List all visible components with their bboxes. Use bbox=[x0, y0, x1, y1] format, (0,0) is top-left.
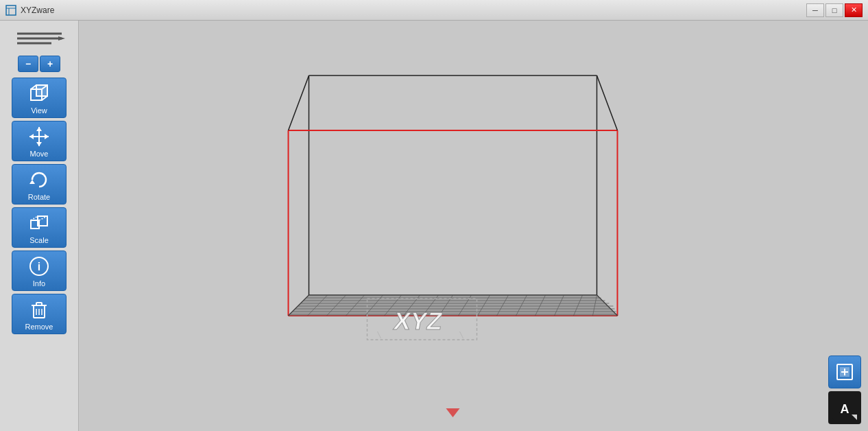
app-icon bbox=[5, 5, 16, 16]
svg-text:i: i bbox=[38, 261, 40, 272]
scale-tool-button[interactable]: Scale bbox=[12, 207, 67, 248]
svg-marker-6 bbox=[58, 36, 65, 40]
minimize-button[interactable]: ─ bbox=[806, 3, 824, 17]
svg-marker-15 bbox=[36, 142, 42, 146]
move-tool-label: Move bbox=[30, 150, 49, 158]
move-tool-button[interactable]: Move bbox=[12, 121, 67, 161]
bottom-right-controls: A bbox=[828, 356, 861, 424]
svg-marker-17 bbox=[45, 134, 49, 139]
app-title: XYZware bbox=[21, 5, 806, 15]
titlebar: XYZware ─ □ ✕ bbox=[0, 0, 868, 21]
sidebar: − + View bbox=[0, 21, 79, 431]
svg-marker-16 bbox=[29, 134, 34, 139]
main-layout: − + View bbox=[0, 21, 868, 431]
rotate-tool-label: Rotate bbox=[28, 193, 50, 201]
remove-tool-button[interactable]: Remove bbox=[12, 294, 67, 334]
svg-text:A: A bbox=[841, 402, 849, 416]
zoom-out-button[interactable]: − bbox=[18, 56, 38, 72]
svg-rect-0 bbox=[6, 5, 16, 15]
scale-tool-label: Scale bbox=[29, 236, 49, 244]
svg-marker-14 bbox=[36, 127, 42, 131]
cube-icon bbox=[28, 82, 50, 104]
view-tool-label: View bbox=[31, 106, 47, 115]
fullscreen-button[interactable] bbox=[828, 356, 861, 388]
logo-area bbox=[12, 26, 67, 50]
svg-marker-18 bbox=[29, 180, 35, 184]
window-controls: ─ □ ✕ bbox=[806, 3, 863, 17]
trash-icon bbox=[28, 299, 50, 321]
info-icon: i bbox=[28, 255, 50, 277]
scale-icon bbox=[28, 212, 50, 234]
zoom-in-button[interactable]: + bbox=[40, 56, 60, 72]
svg-text:XYZ: XYZ bbox=[391, 307, 444, 335]
info-tool-label: Info bbox=[33, 279, 45, 288]
svg-marker-61 bbox=[289, 295, 618, 316]
remove-tool-label: Remove bbox=[25, 323, 53, 331]
view-tool-button[interactable]: View bbox=[12, 78, 67, 118]
svg-rect-27 bbox=[36, 303, 42, 305]
rotate-icon bbox=[28, 169, 50, 191]
info-tool-button[interactable]: i Info bbox=[12, 251, 67, 291]
move-icon bbox=[28, 126, 50, 148]
3d-viewport[interactable]: Import Export bbox=[79, 21, 868, 431]
zoom-controls: − + bbox=[18, 56, 60, 72]
close-button[interactable]: ✕ bbox=[845, 3, 863, 17]
rotate-tool-button[interactable]: Rotate bbox=[12, 164, 67, 205]
corner-indicator: A bbox=[828, 391, 861, 424]
svg-rect-48 bbox=[83, 21, 865, 431]
3d-scene: XYZ bbox=[79, 21, 868, 431]
maximize-button[interactable]: □ bbox=[825, 3, 843, 17]
